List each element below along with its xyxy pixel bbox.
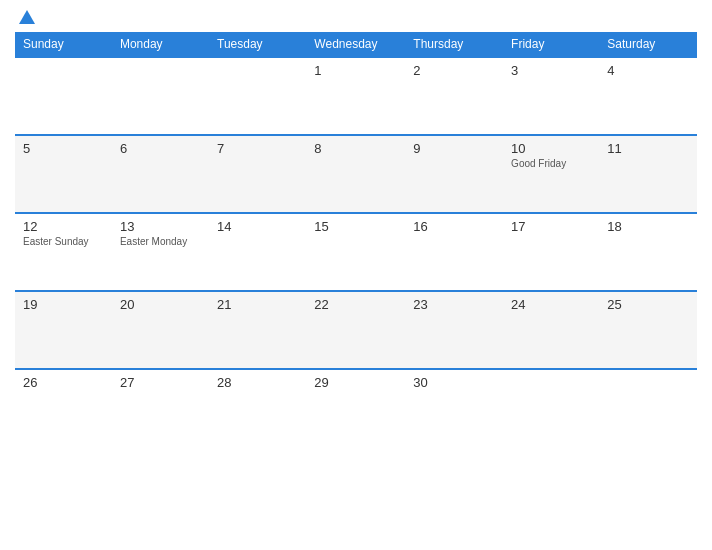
day-number: 1 <box>314 63 397 78</box>
day-number: 28 <box>217 375 298 390</box>
calendar-cell: 2 <box>405 57 503 135</box>
calendar-cell <box>209 57 306 135</box>
day-number: 8 <box>314 141 397 156</box>
day-number: 22 <box>314 297 397 312</box>
page: SundayMondayTuesdayWednesdayThursdayFrid… <box>0 0 712 550</box>
day-number: 9 <box>413 141 495 156</box>
day-number: 26 <box>23 375 104 390</box>
calendar-body: 12345678910Good Friday1112Easter Sunday1… <box>15 57 697 447</box>
calendar-cell: 8 <box>306 135 405 213</box>
day-number: 27 <box>120 375 201 390</box>
calendar-cell <box>15 57 112 135</box>
weekday-header: Friday <box>503 32 599 57</box>
calendar-week-row: 2627282930 <box>15 369 697 447</box>
calendar-cell: 6 <box>112 135 209 213</box>
day-number: 30 <box>413 375 495 390</box>
day-event: Easter Sunday <box>23 236 104 247</box>
day-number: 6 <box>120 141 201 156</box>
calendar-cell: 1 <box>306 57 405 135</box>
calendar-cell: 3 <box>503 57 599 135</box>
calendar-cell: 20 <box>112 291 209 369</box>
calendar-table: SundayMondayTuesdayWednesdayThursdayFrid… <box>15 32 697 447</box>
weekday-header: Tuesday <box>209 32 306 57</box>
day-number: 29 <box>314 375 397 390</box>
calendar-week-row: 12Easter Sunday13Easter Monday1415161718 <box>15 213 697 291</box>
calendar-cell: 27 <box>112 369 209 447</box>
day-number: 4 <box>607 63 689 78</box>
weekday-header: Wednesday <box>306 32 405 57</box>
calendar-cell: 25 <box>599 291 697 369</box>
day-number: 14 <box>217 219 298 234</box>
day-number: 2 <box>413 63 495 78</box>
weekday-header: Thursday <box>405 32 503 57</box>
day-number: 25 <box>607 297 689 312</box>
day-number: 18 <box>607 219 689 234</box>
calendar-cell: 5 <box>15 135 112 213</box>
weekday-header: Sunday <box>15 32 112 57</box>
weekday-header: Saturday <box>599 32 697 57</box>
day-number: 24 <box>511 297 591 312</box>
calendar-week-row: 5678910Good Friday11 <box>15 135 697 213</box>
day-event: Good Friday <box>511 158 591 169</box>
day-number: 23 <box>413 297 495 312</box>
calendar-header: SundayMondayTuesdayWednesdayThursdayFrid… <box>15 32 697 57</box>
day-number: 21 <box>217 297 298 312</box>
calendar-cell: 24 <box>503 291 599 369</box>
calendar-cell: 16 <box>405 213 503 291</box>
day-number: 3 <box>511 63 591 78</box>
calendar-cell: 9 <box>405 135 503 213</box>
day-number: 16 <box>413 219 495 234</box>
calendar-cell: 7 <box>209 135 306 213</box>
day-number: 12 <box>23 219 104 234</box>
logo-triangle-icon <box>19 10 35 24</box>
calendar-cell: 22 <box>306 291 405 369</box>
calendar-cell: 26 <box>15 369 112 447</box>
calendar-cell: 11 <box>599 135 697 213</box>
calendar-cell: 30 <box>405 369 503 447</box>
calendar-cell <box>599 369 697 447</box>
calendar-cell: 23 <box>405 291 503 369</box>
calendar-cell: 19 <box>15 291 112 369</box>
logo <box>15 10 35 24</box>
calendar-cell <box>503 369 599 447</box>
calendar-cell: 14 <box>209 213 306 291</box>
day-number: 7 <box>217 141 298 156</box>
day-number: 10 <box>511 141 591 156</box>
day-number: 13 <box>120 219 201 234</box>
calendar-cell: 13Easter Monday <box>112 213 209 291</box>
calendar-cell: 18 <box>599 213 697 291</box>
calendar-cell: 12Easter Sunday <box>15 213 112 291</box>
weekday-row: SundayMondayTuesdayWednesdayThursdayFrid… <box>15 32 697 57</box>
day-number: 19 <box>23 297 104 312</box>
calendar-cell: 10Good Friday <box>503 135 599 213</box>
calendar-week-row: 1234 <box>15 57 697 135</box>
calendar-week-row: 19202122232425 <box>15 291 697 369</box>
calendar-cell: 21 <box>209 291 306 369</box>
day-number: 5 <box>23 141 104 156</box>
calendar-cell: 4 <box>599 57 697 135</box>
day-number: 15 <box>314 219 397 234</box>
weekday-header: Monday <box>112 32 209 57</box>
calendar-cell: 29 <box>306 369 405 447</box>
calendar-cell: 15 <box>306 213 405 291</box>
calendar-cell: 28 <box>209 369 306 447</box>
calendar-cell <box>112 57 209 135</box>
day-event: Easter Monday <box>120 236 201 247</box>
day-number: 20 <box>120 297 201 312</box>
day-number: 17 <box>511 219 591 234</box>
calendar-cell: 17 <box>503 213 599 291</box>
day-number: 11 <box>607 141 689 156</box>
header <box>15 10 697 24</box>
